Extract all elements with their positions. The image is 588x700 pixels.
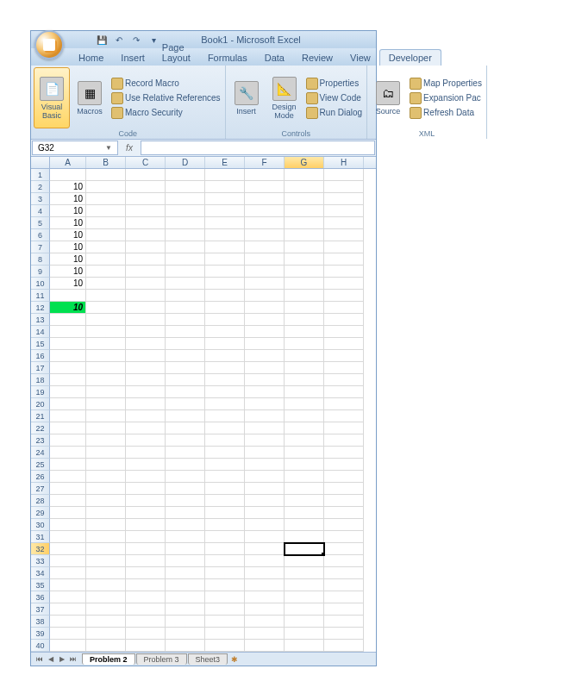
cell[interactable] — [324, 290, 364, 302]
cell[interactable] — [86, 266, 126, 278]
cell[interactable] — [50, 640, 86, 652]
cell[interactable] — [285, 447, 324, 459]
cell[interactable] — [285, 555, 324, 567]
cell[interactable] — [324, 640, 364, 652]
cell[interactable] — [86, 278, 126, 290]
cell[interactable] — [166, 471, 205, 483]
cell[interactable] — [324, 278, 364, 290]
sheet-tab[interactable]: Problem 3 — [136, 653, 187, 665]
record-macro-button[interactable]: Record Macro — [109, 77, 222, 91]
cell[interactable] — [126, 519, 166, 531]
cell[interactable] — [126, 193, 166, 205]
cell[interactable] — [205, 616, 245, 628]
cell[interactable] — [285, 181, 324, 193]
cell[interactable] — [50, 386, 86, 398]
column-header[interactable]: H — [324, 157, 364, 168]
cell[interactable]: 10 — [50, 278, 86, 290]
sheet-tab[interactable]: Problem 2 — [82, 653, 135, 665]
cell[interactable] — [166, 483, 205, 495]
cell[interactable] — [126, 471, 166, 483]
cell[interactable] — [86, 616, 126, 628]
row-header[interactable]: 34 — [31, 567, 50, 579]
cell[interactable] — [205, 266, 245, 278]
cell[interactable] — [285, 253, 324, 266]
sheet-nav-button[interactable]: ⏭ — [68, 654, 78, 665]
cell[interactable] — [245, 531, 285, 543]
cell[interactable] — [86, 422, 126, 434]
sheet-nav-button[interactable]: ⏮ — [34, 654, 45, 665]
cell[interactable] — [86, 447, 126, 459]
cell[interactable] — [324, 314, 364, 326]
cell[interactable] — [285, 302, 324, 314]
cell[interactable] — [245, 471, 285, 483]
cell[interactable] — [86, 471, 126, 483]
relative-refs-button[interactable]: Use Relative References — [109, 91, 222, 105]
cell[interactable] — [86, 205, 126, 217]
cell[interactable] — [205, 591, 245, 603]
cell[interactable] — [245, 483, 285, 495]
macros-button[interactable]: ▦ Macros — [72, 67, 108, 128]
cell[interactable] — [166, 241, 205, 253]
cell[interactable] — [50, 398, 86, 410]
row-header[interactable]: 25 — [31, 459, 50, 471]
cell[interactable] — [245, 398, 285, 410]
cell[interactable] — [285, 507, 324, 519]
cell[interactable] — [50, 531, 86, 543]
cell[interactable] — [86, 290, 126, 302]
tab-view[interactable]: View — [341, 50, 379, 66]
cell[interactable] — [285, 278, 324, 290]
cell[interactable] — [166, 640, 205, 652]
cell[interactable] — [205, 483, 245, 495]
expansion-packs-button[interactable]: Expansion Pac — [408, 91, 484, 105]
cell[interactable] — [126, 205, 166, 217]
cell[interactable] — [245, 386, 285, 398]
cell[interactable] — [50, 422, 86, 434]
cell[interactable] — [205, 229, 245, 241]
cell[interactable] — [126, 591, 166, 603]
tab-page-layout[interactable]: Page Layout — [153, 40, 199, 66]
visual-basic-button[interactable]: 📄 Visual Basic — [34, 67, 70, 128]
view-code-button[interactable]: View Code — [304, 91, 364, 105]
select-all-corner[interactable] — [31, 157, 50, 168]
cell[interactable] — [126, 338, 166, 350]
cell[interactable] — [166, 447, 205, 459]
xml-source-button[interactable]: 🗂 Source — [370, 67, 406, 128]
cell[interactable] — [245, 169, 285, 181]
row-header[interactable]: 33 — [31, 555, 50, 567]
cell[interactable] — [245, 374, 285, 386]
cell[interactable] — [324, 434, 364, 447]
cell[interactable] — [166, 543, 205, 555]
cell[interactable] — [245, 326, 285, 338]
fx-icon[interactable]: fx — [119, 140, 140, 156]
cell[interactable] — [166, 579, 205, 591]
cell[interactable] — [205, 398, 245, 410]
cell[interactable] — [50, 567, 86, 579]
cell[interactable] — [205, 314, 245, 326]
cell[interactable] — [205, 447, 245, 459]
row-header[interactable]: 28 — [31, 495, 50, 507]
cell[interactable] — [245, 229, 285, 241]
cell[interactable] — [205, 459, 245, 471]
cell[interactable] — [50, 495, 86, 507]
map-properties-button[interactable]: Map Properties — [408, 77, 484, 91]
cell[interactable] — [324, 338, 364, 350]
cell[interactable] — [205, 205, 245, 217]
row-header[interactable]: 1 — [31, 169, 50, 181]
cell[interactable] — [50, 410, 86, 422]
cell[interactable] — [86, 591, 126, 603]
cell[interactable]: 10 — [50, 217, 86, 229]
cell[interactable] — [285, 169, 324, 181]
cell[interactable] — [285, 193, 324, 205]
cell[interactable] — [245, 253, 285, 266]
cell[interactable] — [324, 350, 364, 362]
cell[interactable] — [205, 543, 245, 555]
cell[interactable] — [205, 350, 245, 362]
cell[interactable] — [86, 628, 126, 640]
cell[interactable] — [166, 386, 205, 398]
cell[interactable] — [324, 447, 364, 459]
cell[interactable] — [50, 471, 86, 483]
cell[interactable]: 10 — [50, 181, 86, 193]
cell[interactable] — [324, 362, 364, 374]
cell[interactable]: 10 — [50, 205, 86, 217]
cell[interactable] — [126, 229, 166, 241]
